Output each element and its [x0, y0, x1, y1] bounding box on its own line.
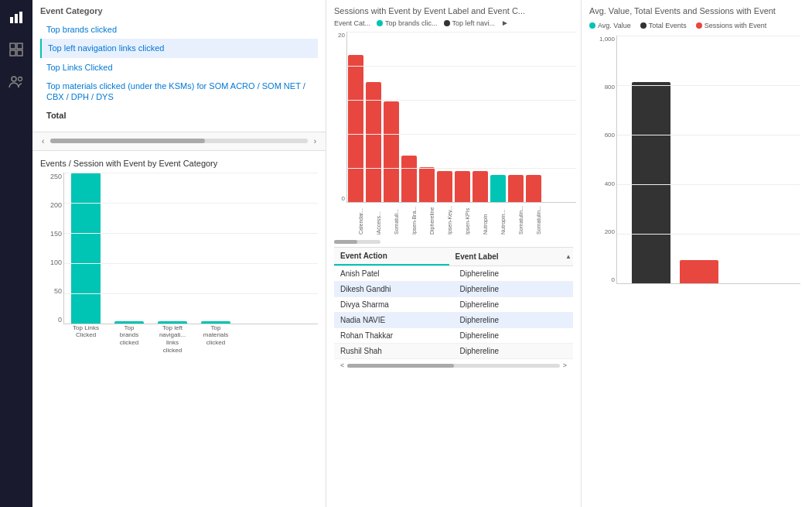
scroll-left-arrow[interactable]: ‹: [39, 135, 47, 147]
table-row[interactable]: Divya Sharma Diphereline: [334, 297, 573, 313]
mid-y-0: 0: [331, 195, 345, 202]
mid-xlabel-1: iAccess...: [366, 204, 381, 235]
chart-icon[interactable]: [7, 8, 26, 26]
mid-bar-0: [348, 55, 363, 202]
y-label-100: 100: [40, 259, 62, 266]
middle-panel-title: Sessions with Event by Event Label and E…: [326, 0, 581, 19]
category-top-brands[interactable]: Top brands clicked: [40, 20, 318, 39]
mid-bar-4: [419, 167, 435, 202]
table-row[interactable]: Dikesh Gandhi Diphereline: [334, 282, 573, 297]
td-label-4: Diphereline: [454, 328, 574, 343]
svg-rect-5: [10, 50, 15, 56]
table-header: Event Action Event Label ▲: [334, 248, 573, 266]
y-label-200: 200: [40, 201, 62, 209]
grid-icon[interactable]: [7, 40, 26, 59]
right-panel: Avg. Value, Total Events and Sessions wi…: [582, 0, 812, 507]
right-header: Avg. Value, Total Events and Sessions wi…: [582, 0, 812, 22]
sidebar: [0, 0, 32, 507]
svg-rect-4: [17, 43, 22, 49]
right-y-200: 200: [593, 228, 615, 235]
mid-chart: 20 0: [326, 32, 581, 237]
legend-top-brands-label: Top brands clic...: [385, 19, 438, 27]
right-panel-title: Avg. Value, Total Events and Sessions wi…: [589, 6, 776, 15]
table-body: Anish Patel Diphereline Dikesh Gandhi Di…: [334, 266, 573, 359]
category-top-materials[interactable]: Top materials clicked (under the KSMs) f…: [40, 77, 318, 107]
mid-bar-10: [526, 175, 541, 202]
right-bar-sessions: [680, 260, 718, 283]
mid-xlabel-2: Somatuli...: [384, 204, 399, 235]
svg-rect-1: [15, 14, 18, 23]
legend-expand-icon[interactable]: ►: [501, 19, 509, 27]
event-category-list: Event Category Top brands clicked Top le…: [32, 0, 326, 132]
th-event-action: Event Action: [334, 248, 449, 265]
bar-label-top-left-nav: Top leftnavigati...linksclicked: [158, 324, 187, 354]
category-top-links[interactable]: Top Links Clicked: [40, 58, 318, 77]
table-v-scrollbar-top[interactable]: ▲: [564, 253, 573, 260]
left-chart-title: Events / Session with Event by Event Cat…: [40, 159, 318, 168]
mid-scrollbar: [326, 237, 581, 247]
mid-xlabel-8: Nutropin...: [490, 204, 506, 235]
bar-top-links: [71, 173, 101, 324]
mid-xlabel-4: Diphereline: [419, 204, 435, 235]
svg-point-7: [12, 77, 16, 81]
td-label-3: Diphereline: [454, 313, 574, 327]
category-top-left-nav[interactable]: Top left navigation links clicked: [40, 39, 318, 57]
right-legend-avg: Avg. Value: [589, 22, 631, 29]
right-legend-avg-label: Avg. Value: [598, 22, 631, 29]
category-total[interactable]: Total: [40, 106, 318, 125]
legend-top-left-nav-dot: [444, 20, 450, 26]
mid-bar-2: [384, 101, 399, 202]
right-legend-avg-dot: [589, 22, 595, 29]
svg-point-8: [19, 77, 22, 81]
right-y-0: 0: [593, 276, 615, 283]
people-icon[interactable]: [7, 73, 26, 91]
left-panel: Event Category Top brands clicked Top le…: [32, 0, 326, 507]
mid-bar-3: [401, 156, 417, 202]
td-label-1: Diphereline: [454, 282, 574, 296]
y-label-250: 250: [40, 173, 62, 180]
middle-panel: Sessions with Event by Event Label and E…: [326, 0, 582, 507]
td-action-4: Rohan Thakkar: [334, 328, 454, 343]
mid-scroll-track[interactable]: [334, 240, 380, 244]
event-category-title: Event Category: [40, 6, 318, 15]
mid-bar-6: [455, 171, 470, 202]
mid-xlabel-0: Calendar...: [348, 204, 363, 235]
y-label-0: 0: [40, 316, 62, 324]
right-legend-total-label: Total Events: [649, 22, 687, 29]
legend-top-left-nav: Top left navi...: [444, 19, 496, 27]
legend-event-cat-label: Event Cat...: [334, 19, 370, 27]
right-legend-sessions-label: Sessions with Event: [705, 22, 767, 29]
table-row[interactable]: Rohan Thakkar Diphereline: [334, 328, 573, 344]
legend-top-brands: Top brands clic...: [377, 19, 438, 27]
right-legend-total: Total Events: [640, 22, 687, 29]
svg-rect-6: [17, 50, 22, 56]
h-scroll-right[interactable]: >: [563, 361, 567, 369]
mid-xlabel-10: Somatulin...: [526, 204, 541, 235]
left-scrollbar-area: ‹ ›: [32, 132, 326, 151]
table-row[interactable]: Nadia NAVIE Diphereline: [334, 313, 573, 328]
svg-rect-3: [10, 43, 15, 49]
table-row[interactable]: Anish Patel Diphereline: [334, 266, 573, 282]
svg-rect-0: [10, 17, 13, 23]
bar-label-top-links: Top LinksClicked: [71, 324, 101, 354]
h-scroll-left[interactable]: <: [340, 361, 344, 369]
mid-bar-5: [437, 171, 452, 202]
td-label-0: Diphereline: [454, 266, 574, 281]
scroll-right-arrow[interactable]: ›: [311, 135, 319, 147]
table-row[interactable]: Rushil Shah Diphereline: [334, 344, 573, 359]
right-chart-area: 1,000 800 600 400 200 0: [582, 36, 812, 314]
td-action-3: Nadia NAVIE: [334, 313, 454, 327]
mid-bar-9: [508, 175, 524, 202]
h-scroll-track[interactable]: [347, 364, 559, 368]
right-y-800: 800: [593, 84, 615, 91]
h-scroll-thumb: [347, 364, 453, 368]
mid-xlabel-5: Ipsen-Key...: [437, 204, 452, 235]
svg-rect-2: [19, 12, 22, 23]
td-label-5: Diphereline: [454, 344, 574, 358]
left-scroll-track[interactable]: [50, 139, 307, 143]
bar-label-top-brands: Topbrandsclicked: [114, 324, 144, 354]
right-legend-sessions: Sessions with Event: [696, 22, 767, 29]
td-action-2: Divya Sharma: [334, 297, 454, 312]
main-content: Event Category Top brands clicked Top le…: [32, 0, 812, 507]
legend-top-left-nav-label: Top left navi...: [452, 19, 496, 27]
